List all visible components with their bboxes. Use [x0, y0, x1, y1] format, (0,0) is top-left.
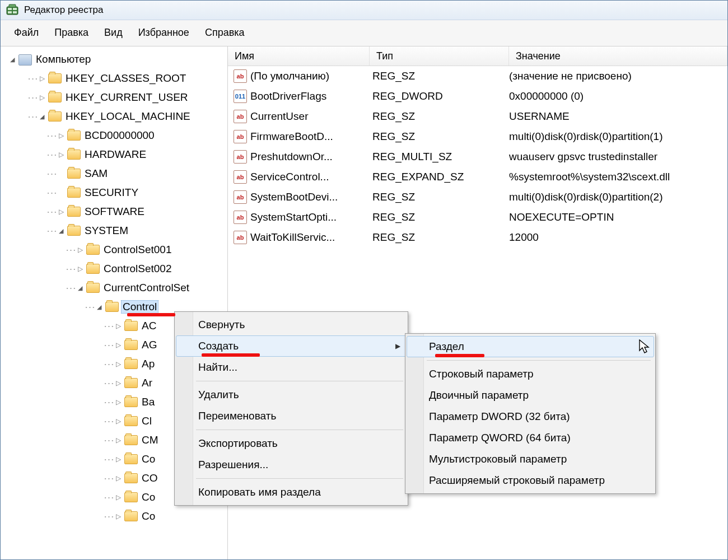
list-row[interactable]: abPreshutdownOr...REG_MULTI_SZwuauserv g…: [228, 147, 727, 167]
context-menu-item-label: Создать: [198, 340, 239, 352]
context-menu-item[interactable]: Найти...: [176, 357, 407, 378]
tree-node-label: Co: [140, 510, 157, 522]
expand-icon[interactable]: [114, 398, 122, 406]
expand-icon[interactable]: [76, 246, 84, 254]
context-menu-item[interactable]: Свернуть: [176, 314, 407, 335]
expand-icon[interactable]: [114, 436, 122, 444]
context-menu-item[interactable]: Расширяемый строковый параметр: [407, 470, 654, 491]
list-row[interactable]: abSystemStartOpti...REG_SZ NOEXECUTE=OPT…: [228, 207, 727, 227]
context-menu[interactable]: СвернутьСоздать▶Найти...УдалитьПереимено…: [174, 311, 408, 506]
tree-node[interactable]: ⋯CurrentControlSet: [3, 278, 227, 297]
expand-icon[interactable]: [114, 512, 122, 520]
col-header-type[interactable]: Тип: [370, 46, 509, 66]
tree-node[interactable]: ⋯SAM: [3, 164, 227, 183]
expand-icon[interactable]: [114, 341, 122, 349]
expand-icon[interactable]: [114, 417, 122, 425]
menu-item-избранное[interactable]: Избранное: [130, 25, 197, 41]
expand-icon[interactable]: [57, 151, 65, 158]
tree-guide-icon: ⋯: [66, 282, 75, 295]
menu-item-вид[interactable]: Вид: [96, 25, 130, 41]
context-menu-item-label: Переименовать: [198, 410, 276, 422]
expand-icon[interactable]: [38, 94, 46, 101]
collapse-icon[interactable]: [8, 55, 16, 63]
tree-guide-icon: ⋯: [104, 415, 113, 428]
context-menu-item[interactable]: Разрешения...: [176, 454, 407, 475]
context-menu-item-label: Копировать имя раздела: [198, 486, 321, 498]
menu-item-правка[interactable]: Правка: [46, 25, 96, 41]
tree-guide-icon: ⋯: [46, 206, 56, 218]
expand-icon[interactable]: [38, 74, 46, 82]
context-menu-item[interactable]: Удалить: [176, 384, 407, 405]
tree-guide-icon: ⋯: [104, 510, 113, 523]
folder-icon: [48, 73, 60, 83]
tree-node-label: Ar: [140, 377, 154, 389]
list-row[interactable]: abFirmwareBootD...REG_SZmulti(0)disk(0)r…: [228, 127, 727, 147]
string-value-icon: ab: [234, 190, 247, 204]
tree-node[interactable]: ⋯BCD00000000: [3, 126, 227, 145]
list-row[interactable]: abSystemBootDevi...REG_SZmulti(0)disk(0)…: [228, 187, 727, 207]
tree-node[interactable]: ⋯HKEY_LOCAL_MACHINE: [3, 107, 227, 126]
collapse-icon[interactable]: [95, 303, 103, 311]
tree-guide-icon: ⋯: [66, 263, 75, 276]
menu-bar: ФайлПравкаВидИзбранноеСправка: [1, 20, 727, 46]
context-menu-item[interactable]: Экспортировать: [176, 433, 407, 454]
tree-node-label: CM: [140, 434, 160, 446]
col-header-name[interactable]: Имя: [228, 46, 370, 66]
folder-icon: [67, 188, 80, 198]
value-type: REG_MULTI_SZ: [367, 151, 503, 163]
context-menu-item[interactable]: Двоичный параметр: [407, 385, 654, 406]
svg-rect-2: [13, 8, 17, 10]
collapse-icon[interactable]: [76, 284, 84, 292]
context-menu-item[interactable]: Параметр DWORD (32 бита): [407, 406, 654, 427]
context-menu-item[interactable]: Копировать имя раздела: [176, 482, 407, 503]
list-row[interactable]: abWaitToKillServic...REG_SZ12000: [228, 227, 727, 248]
expand-icon[interactable]: [114, 493, 122, 501]
svg-rect-3: [8, 11, 12, 13]
context-submenu-create[interactable]: РазделСтроковый параметрДвоичный парамет…: [405, 333, 656, 494]
tree-node[interactable]: ⋯ControlSet002: [3, 259, 227, 278]
value-data: multi(0)disk(0)rdisk(0)partition(2): [503, 191, 727, 203]
folder-icon: [67, 226, 80, 236]
list-row[interactable]: abServiceControl...REG_EXPAND_SZ%systemr…: [228, 167, 727, 187]
tree-node[interactable]: ⋯SOFTWARE: [3, 202, 227, 221]
expand-icon[interactable]: [76, 265, 84, 273]
folder-icon: [124, 340, 137, 350]
value-type: REG_EXPAND_SZ: [367, 171, 503, 183]
tree-node-label: SOFTWARE: [83, 206, 146, 218]
tree-guide-icon: ⋯: [27, 110, 37, 123]
tree-node[interactable]: Компьютер: [3, 50, 227, 69]
menu-item-справка[interactable]: Справка: [197, 25, 253, 41]
tree-node[interactable]: ⋯HKEY_CURRENT_USER: [3, 88, 227, 107]
context-menu-item[interactable]: Строковый параметр: [407, 363, 654, 385]
expand-icon[interactable]: [114, 455, 122, 463]
collapse-icon[interactable]: [38, 113, 46, 120]
expand-icon[interactable]: [114, 322, 122, 330]
tree-node[interactable]: ⋯ControlSet001: [3, 240, 227, 259]
tree-node-label: SECURITY: [83, 186, 140, 199]
tree-node[interactable]: ⋯HKEY_CLASSES_ROOT: [3, 69, 227, 88]
context-menu-item[interactable]: Переименовать: [176, 405, 407, 427]
svg-rect-4: [13, 11, 17, 13]
expand-icon[interactable]: [114, 379, 122, 387]
context-menu-item-label: Разрешения...: [198, 459, 268, 471]
list-row[interactable]: ab(По умолчанию)REG_SZ(значение не присв…: [228, 66, 727, 86]
tree-node-label: Компьютер: [34, 53, 92, 66]
context-menu-item[interactable]: Параметр QWORD (64 бита): [407, 427, 654, 449]
menu-item-файл[interactable]: Файл: [6, 25, 46, 41]
expand-icon[interactable]: [114, 474, 122, 482]
list-row[interactable]: abCurrentUserREG_SZUSERNAME: [228, 106, 727, 127]
tree-node[interactable]: ⋯SECURITY: [3, 183, 227, 202]
collapse-icon[interactable]: [57, 227, 65, 235]
context-menu-item[interactable]: Мультистроковый параметр: [407, 449, 654, 470]
tree-node[interactable]: ⋯SYSTEM: [3, 221, 227, 240]
tree-node[interactable]: ⋯Co: [3, 507, 227, 526]
expand-icon[interactable]: [57, 208, 65, 216]
expand-icon[interactable]: [114, 360, 122, 368]
expand-icon[interactable]: [57, 132, 65, 139]
tree-guide-icon: ⋯: [46, 129, 56, 142]
col-header-value[interactable]: Значение: [509, 46, 727, 66]
folder-icon: [124, 359, 137, 369]
list-row[interactable]: 011BootDriverFlagsREG_DWORD0x00000000 (0…: [228, 86, 727, 106]
tree-node[interactable]: ⋯HARDWARE: [3, 145, 227, 164]
value-data: NOEXECUTE=OPTIN: [503, 211, 727, 223]
